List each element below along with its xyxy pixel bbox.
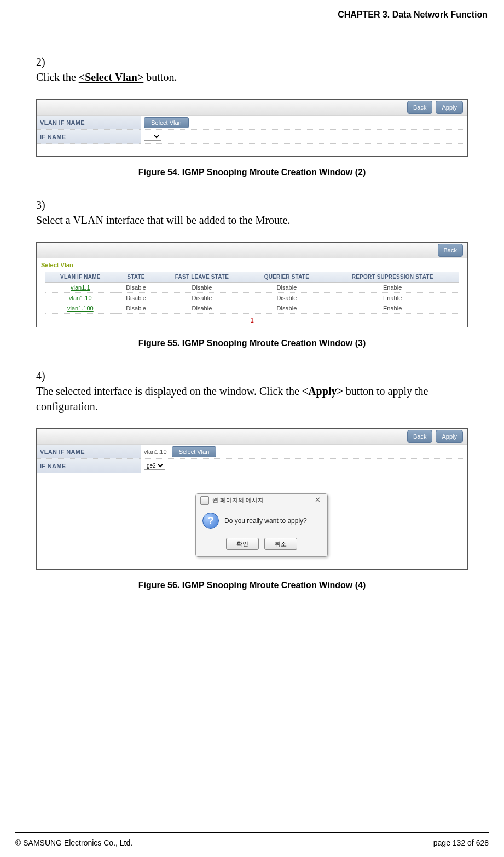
if-name-select[interactable]: ge2 [144,462,165,470]
back-button[interactable]: Back [438,244,463,257]
step-2-pre: Click the [36,71,79,83]
vlan-if-name-cell: vlan1.10 Select Vlan [141,445,467,459]
page-icon [200,496,209,505]
pager[interactable]: 1 [37,314,467,325]
confirm-dialog: 웹 페이지의 메시지 ✕ ? Do you really want to app… [195,493,328,557]
col-state: STATE [116,272,157,283]
table-row: vlan1.100 Disable Disable Disable Enable [45,303,459,314]
fig56-toolbar: Back Apply [37,429,467,445]
close-icon[interactable]: ✕ [312,496,323,505]
step-text: Select a VLAN interface that will be add… [36,212,452,228]
vlan-if-name-label: VLAN IF NAME [37,445,141,459]
col-report: REPORT SUPRESSION STATE [326,272,459,283]
apply-button[interactable]: Apply [436,101,463,114]
step-4: 4) The selected interface is displayed o… [36,368,468,414]
table-row: vlan1.1 Disable Disable Disable Enable [45,283,459,293]
table-header-row: VLAN IF NAME STATE FAST LEAVE STATE QUER… [45,272,459,283]
dialog-message: Do you really want to apply? [224,517,307,525]
if-name-label: IF NAME [37,130,141,144]
footer-rule [15,832,489,833]
ok-button[interactable]: 확인 [226,538,259,550]
cell-state: Disable [116,283,157,293]
if-name-select[interactable]: --- [144,133,161,141]
cell-fast: Disable [156,303,247,314]
figure-54-caption: Figure 54. IGMP Snooping Mroute Creation… [36,168,468,177]
col-vlan: VLAN IF NAME [45,272,116,283]
figure-55: Back Select Vlan VLAN IF NAME STATE FAST… [36,242,468,327]
header-rule [15,22,489,22]
footer-right: page 132 of 628 [433,838,489,847]
vlan-link[interactable]: vlan1.100 [45,303,116,314]
col-fast: FAST LEAVE STATE [156,272,247,283]
page-footer: © SAMSUNG Electronics Co., Ltd. page 132… [15,838,489,847]
dialog-titlebar: 웹 페이지의 메시지 ✕ [196,494,327,505]
cell-state: Disable [116,293,157,303]
fig55-toolbar: Back [37,243,467,258]
if-name-cell: --- [141,130,467,144]
cell-querier: Disable [248,293,326,303]
step-num: 2) [36,54,55,70]
cell-fast: Disable [156,283,247,293]
cell-querier: Disable [248,283,326,293]
vlan-table: VLAN IF NAME STATE FAST LEAVE STATE QUER… [45,272,459,314]
figure-56-caption: Figure 56. IGMP Snooping Mroute Creation… [36,580,468,590]
select-vlan-button[interactable]: Select Vlan [172,446,217,457]
question-icon: ? [202,513,219,529]
table-row: vlan1.10 Disable Disable Disable Enable [45,293,459,303]
col-querier: QUERIER STATE [248,272,326,283]
step-text: The selected interface is displayed on t… [36,383,452,414]
step-num: 3) [36,197,55,212]
cell-state: Disable [116,303,157,314]
step-text: Click the <Select Vlan> button. [36,70,452,85]
cancel-button[interactable]: 취소 [264,538,297,550]
select-vlan-title: Select Vlan [37,258,467,272]
footer-left: © SAMSUNG Electronics Co., Ltd. [15,838,132,847]
step-num: 4) [36,368,55,383]
vlan-if-name-label: VLAN IF NAME [37,116,141,130]
cell-report: Enable [326,293,459,303]
step-2: 2) Click the <Select Vlan> button. [36,54,468,85]
page-header: CHAPTER 3. Data Network Function [15,10,489,22]
if-name-label: IF NAME [37,459,141,473]
fig54-toolbar: Back Apply [37,100,467,116]
fig56-form: VLAN IF NAME vlan1.10 Select Vlan IF NAM… [37,445,467,473]
figure-54: Back Apply VLAN IF NAME Select Vlan IF N… [36,99,468,157]
select-vlan-button[interactable]: Select Vlan [144,117,189,128]
vlan-if-name-value: vlan1.10 [144,448,167,455]
dialog-title: 웹 페이지의 메시지 [212,497,264,503]
step-4-bold: <Apply> [302,385,343,397]
vlan-link[interactable]: vlan1.1 [45,283,116,293]
cell-report: Enable [326,283,459,293]
step-2-bold: <Select Vlan> [79,71,144,83]
dialog-body: ? Do you really want to apply? [196,505,327,534]
back-button[interactable]: Back [407,101,432,114]
dialog-buttons: 확인 취소 [196,534,327,556]
vlan-link[interactable]: vlan1.10 [45,293,116,303]
step-4-pre: The selected interface is displayed on t… [36,385,302,397]
cell-fast: Disable [156,293,247,303]
if-name-cell: ge2 [141,459,467,473]
step-3: 3) Select a VLAN interface that will be … [36,197,468,228]
dialog-title-wrap: 웹 페이지의 메시지 [200,496,264,505]
cell-querier: Disable [248,303,326,314]
vlan-if-name-cell: Select Vlan [141,116,467,130]
figure-55-caption: Figure 55. IGMP Snooping Mroute Creation… [36,338,468,348]
figure-56: Back Apply VLAN IF NAME vlan1.10 Select … [36,428,468,570]
fig54-form: VLAN IF NAME Select Vlan IF NAME --- [37,116,467,144]
apply-button[interactable]: Apply [436,430,463,443]
step-2-post: button. [143,71,177,83]
back-button[interactable]: Back [407,430,432,443]
cell-report: Enable [326,303,459,314]
